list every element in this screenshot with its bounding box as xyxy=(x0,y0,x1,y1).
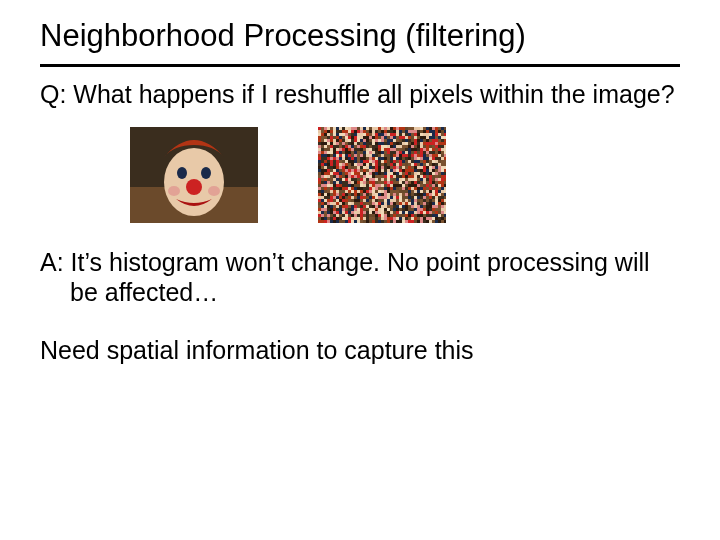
svg-rect-352 xyxy=(444,148,446,151)
svg-rect-549 xyxy=(390,163,393,166)
svg-rect-1074 xyxy=(417,199,420,202)
svg-rect-936 xyxy=(390,190,393,193)
svg-rect-1000 xyxy=(324,196,327,199)
svg-rect-1229 xyxy=(366,211,369,214)
svg-rect-133 xyxy=(432,133,435,136)
svg-rect-1173 xyxy=(327,208,330,211)
svg-rect-1130 xyxy=(327,205,330,208)
svg-rect-673 xyxy=(375,172,378,175)
svg-rect-58 xyxy=(336,130,339,133)
svg-rect-879 xyxy=(348,187,351,190)
svg-rect-844 xyxy=(372,184,375,187)
svg-rect-642 xyxy=(411,169,414,172)
svg-rect-883 xyxy=(360,187,363,190)
svg-rect-1376 xyxy=(420,220,423,223)
svg-rect-373 xyxy=(378,151,381,154)
svg-rect-610 xyxy=(444,166,446,169)
svg-rect-1239 xyxy=(396,211,399,214)
svg-rect-447 xyxy=(342,157,345,160)
svg-rect-378 xyxy=(393,151,396,154)
svg-rect-791 xyxy=(342,181,345,184)
svg-rect-989 xyxy=(420,193,423,196)
svg-rect-1081 xyxy=(438,199,441,202)
svg-rect-667 xyxy=(357,172,360,175)
svg-rect-1004 xyxy=(336,196,339,199)
svg-rect-851 xyxy=(393,184,396,187)
svg-rect-409 xyxy=(357,154,360,157)
svg-rect-1179 xyxy=(345,208,348,211)
svg-rect-1263 xyxy=(339,214,342,217)
svg-rect-860 xyxy=(420,184,423,187)
svg-rect-1072 xyxy=(411,199,414,202)
slide-body: Q: What happens if I reshuffle all pixel… xyxy=(40,79,680,365)
svg-rect-131 xyxy=(426,133,429,136)
svg-rect-1070 xyxy=(405,199,408,202)
svg-rect-78 xyxy=(396,130,399,133)
svg-rect-499 xyxy=(369,160,372,163)
svg-rect-762 xyxy=(384,178,387,181)
svg-rect-109 xyxy=(360,133,363,136)
svg-rect-178 xyxy=(438,136,441,139)
svg-rect-776 xyxy=(426,178,429,181)
svg-rect-85 xyxy=(417,130,420,133)
svg-rect-1164 xyxy=(429,205,432,208)
svg-rect-434 xyxy=(432,154,435,157)
svg-rect-406 xyxy=(348,154,351,157)
svg-rect-96 xyxy=(321,133,324,136)
svg-rect-356 xyxy=(327,151,330,154)
svg-rect-134 xyxy=(435,133,438,136)
svg-rect-348 xyxy=(432,148,435,151)
svg-rect-221 xyxy=(438,139,441,142)
svg-rect-1329 xyxy=(408,217,411,220)
svg-rect-562 xyxy=(429,163,432,166)
svg-rect-493 xyxy=(351,160,354,163)
svg-rect-1207 xyxy=(429,208,432,211)
svg-rect-638 xyxy=(399,169,402,172)
svg-rect-15 xyxy=(336,127,339,130)
svg-rect-773 xyxy=(417,178,420,181)
svg-rect-223 xyxy=(444,139,446,142)
svg-rect-260 xyxy=(426,142,429,145)
svg-rect-390 xyxy=(429,151,432,154)
svg-rect-135 xyxy=(438,133,441,136)
svg-rect-480 xyxy=(441,157,444,160)
svg-rect-422 xyxy=(396,154,399,157)
svg-rect-257 xyxy=(417,142,420,145)
svg-rect-933 xyxy=(381,190,384,193)
svg-rect-372 xyxy=(375,151,378,154)
svg-rect-194 xyxy=(357,139,360,142)
svg-rect-670 xyxy=(366,172,369,175)
svg-rect-1196 xyxy=(396,208,399,211)
svg-rect-174 xyxy=(426,136,429,139)
svg-rect-119 xyxy=(390,133,393,136)
svg-rect-828 xyxy=(324,184,327,187)
svg-rect-179 xyxy=(441,136,444,139)
svg-rect-428 xyxy=(414,154,417,157)
svg-rect-1165 xyxy=(432,205,435,208)
svg-rect-908 xyxy=(435,187,438,190)
svg-rect-104 xyxy=(345,133,348,136)
svg-rect-485 xyxy=(327,160,330,163)
svg-rect-431 xyxy=(423,154,426,157)
svg-rect-395 xyxy=(444,151,446,154)
svg-rect-882 xyxy=(357,187,360,190)
svg-rect-219 xyxy=(432,139,435,142)
svg-rect-418 xyxy=(384,154,387,157)
svg-rect-64 xyxy=(354,130,357,133)
svg-rect-341 xyxy=(411,148,414,151)
svg-rect-1131 xyxy=(330,205,333,208)
svg-rect-1118 xyxy=(420,202,423,205)
svg-rect-313 xyxy=(327,148,330,151)
svg-rect-1133 xyxy=(336,205,339,208)
svg-rect-1348 xyxy=(336,220,339,223)
svg-rect-445 xyxy=(336,157,339,160)
svg-rect-793 xyxy=(348,181,351,184)
svg-rect-1307 xyxy=(342,217,345,220)
svg-rect-530 xyxy=(333,163,336,166)
svg-rect-382 xyxy=(405,151,408,154)
svg-rect-420 xyxy=(390,154,393,157)
svg-rect-489 xyxy=(339,160,342,163)
svg-rect-389 xyxy=(426,151,429,154)
svg-rect-1206 xyxy=(426,208,429,211)
svg-rect-500 xyxy=(372,160,375,163)
